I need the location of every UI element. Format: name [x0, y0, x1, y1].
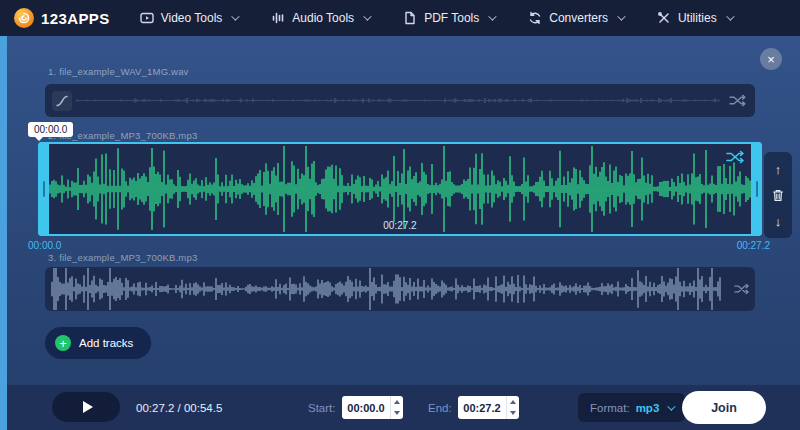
time-display: 00:27.2 / 00:54.5 — [136, 385, 222, 430]
menu-label: Utilities — [678, 11, 717, 25]
track3[interactable] — [45, 267, 755, 311]
playhead-time-badge: 00:00.0 — [28, 122, 73, 137]
close-button[interactable]: × — [760, 48, 782, 70]
chevron-down-icon — [726, 12, 734, 20]
track2-times: 00:00.0 00:27.2 — [28, 240, 770, 251]
start-time-field — [342, 396, 403, 419]
left-scrollbar[interactable] — [0, 36, 7, 430]
chevron-down-icon — [488, 12, 496, 20]
utilities-icon — [657, 11, 671, 25]
add-tracks-label: Add tracks — [79, 337, 133, 349]
track3-waveform[interactable] — [51, 267, 722, 311]
down-arrow-icon: ↓ — [775, 215, 782, 228]
chevron-down-icon — [231, 12, 239, 20]
join-button[interactable]: Join — [682, 391, 766, 424]
stepper-down-icon[interactable] — [391, 408, 403, 420]
trim-handle-left[interactable] — [38, 142, 49, 236]
start-time-stepper — [390, 396, 403, 419]
track-side-controls: ↑ ↓ — [764, 152, 792, 238]
crossfade-icon[interactable] — [729, 94, 746, 107]
audio-icon — [271, 11, 285, 25]
main-menu: Video Tools Audio Tools PDF Tools Conver… — [140, 11, 732, 25]
logo-swirl-icon — [14, 8, 34, 28]
close-icon: × — [767, 53, 775, 66]
trash-icon — [772, 189, 784, 202]
format-dropdown[interactable]: Format: mp3 — [578, 393, 685, 422]
menu-label: Video Tools — [161, 11, 223, 25]
start-label: Start: — [308, 385, 335, 430]
stepper-up-icon[interactable] — [391, 396, 403, 408]
end-time-field — [458, 396, 519, 419]
track1-filename: 1. file_example_WAV_1MG.wav — [48, 66, 189, 77]
end-time-input[interactable] — [458, 396, 506, 419]
end-label: End: — [428, 385, 452, 430]
app-logo[interactable]: 123APPS — [14, 8, 110, 28]
delete-track-button[interactable] — [772, 189, 784, 202]
menu-converters[interactable]: Converters — [528, 11, 623, 25]
fade-icon[interactable] — [52, 91, 72, 111]
end-time-stepper — [506, 396, 519, 419]
plus-icon: + — [55, 335, 71, 351]
menu-audio-tools[interactable]: Audio Tools — [271, 11, 369, 25]
move-up-button[interactable]: ↑ — [775, 163, 782, 176]
top-navbar: 123APPS Video Tools Audio Tools PDF Tool… — [0, 0, 800, 36]
add-tracks-button[interactable]: + Add tracks — [45, 327, 151, 359]
track2-start-time: 00:00.0 — [28, 240, 61, 251]
move-down-button[interactable]: ↓ — [775, 215, 782, 228]
menu-label: Converters — [549, 11, 608, 25]
menu-label: Audio Tools — [292, 11, 354, 25]
crossfade-icon-active[interactable] — [726, 150, 744, 168]
pdf-icon — [403, 11, 417, 25]
track2-end-time: 00:27.2 — [737, 240, 770, 251]
video-icon — [140, 11, 154, 25]
app-name: 123APPS — [41, 10, 110, 27]
stepper-up-icon[interactable] — [507, 396, 519, 408]
play-icon — [83, 401, 93, 413]
chevron-down-icon — [363, 12, 371, 20]
crossfade-icon[interactable] — [734, 283, 749, 295]
format-label: Format: — [590, 402, 630, 414]
converter-icon — [528, 11, 542, 25]
menu-video-tools[interactable]: Video Tools — [140, 11, 238, 25]
trim-handle-right[interactable] — [751, 142, 762, 236]
menu-label: PDF Tools — [424, 11, 479, 25]
stepper-down-icon[interactable] — [507, 408, 519, 420]
play-button[interactable] — [52, 392, 120, 422]
track1-waveform[interactable] — [76, 84, 720, 117]
format-value: mp3 — [636, 402, 660, 414]
editor-area: × 1. file_example_WAV_1MG.wav 00:00.0 2.… — [0, 36, 800, 385]
up-arrow-icon: ↑ — [775, 163, 782, 176]
track2-selected[interactable]: 00:27.2 — [38, 142, 762, 236]
menu-utilities[interactable]: Utilities — [657, 11, 732, 25]
track2-current-time: 00:27.2 — [40, 220, 760, 231]
track1[interactable] — [45, 84, 755, 117]
player-bar: 00:27.2 / 00:54.5 Start: End: Format: mp… — [0, 385, 800, 430]
track3-filename: 3. file_example_MP3_700KB.mp3 — [48, 252, 197, 263]
start-time-input[interactable] — [342, 396, 390, 419]
chevron-down-icon — [617, 12, 625, 20]
chevron-down-icon — [667, 402, 675, 410]
menu-pdf-tools[interactable]: PDF Tools — [403, 11, 494, 25]
